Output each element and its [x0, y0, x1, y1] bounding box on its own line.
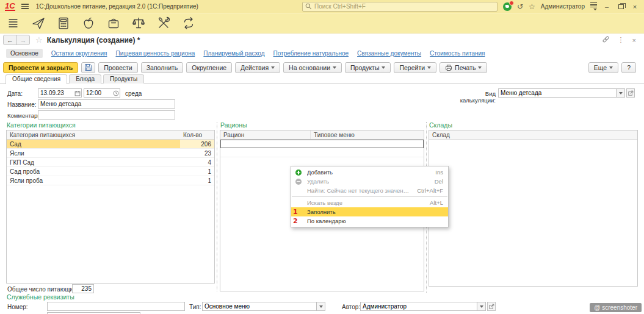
table-row[interactable]: Ясли 23 — [7, 149, 214, 158]
author-input[interactable] — [361, 303, 477, 310]
column-header-warehouse[interactable]: Склад — [429, 132, 637, 138]
tab-food-cost[interactable]: Стоимость питания — [430, 50, 485, 57]
comment-input[interactable] — [38, 112, 175, 118]
time-input[interactable] — [84, 90, 112, 96]
1c-logo: 1С — [5, 2, 15, 11]
close-form-icon[interactable]: × — [632, 37, 636, 44]
tab-main[interactable]: Основное — [6, 49, 43, 58]
tab-nutrition-value[interactable]: Пищевая ценность рациона — [115, 50, 195, 57]
date-input[interactable] — [38, 90, 73, 96]
tab-rounding-remainders[interactable]: Остатки округления — [51, 50, 107, 57]
name-input[interactable] — [38, 101, 175, 107]
sync-exchange-icon[interactable] — [181, 16, 196, 30]
more-dropdown-button[interactable]: Еще — [588, 62, 618, 73]
favorite-star-icon[interactable]: ☆ — [35, 35, 43, 45]
type-input[interactable] — [203, 303, 316, 310]
based-on-dropdown-button[interactable]: На основании — [283, 62, 342, 73]
author-dropdown-button[interactable] — [477, 302, 486, 311]
caret-down-icon — [609, 66, 613, 69]
apple-food-icon[interactable] — [81, 16, 96, 30]
search-input[interactable] — [314, 3, 494, 10]
warehouses-table-header: Склад — [429, 130, 637, 140]
print-dropdown-button[interactable]: Печать — [440, 62, 487, 73]
goto-dropdown-button[interactable]: Перейти — [394, 62, 436, 73]
current-user[interactable]: Администратор — [541, 3, 585, 10]
clock-icon[interactable] — [112, 90, 120, 96]
table-row[interactable]: Сад проба 1 — [7, 167, 214, 176]
author-combo — [360, 302, 496, 311]
scales-icon[interactable] — [131, 16, 146, 30]
help-button[interactable]: ? — [621, 62, 636, 73]
command-bar: Провести и закрыть Провести Заполнить Ок… — [3, 62, 641, 73]
date-field — [38, 88, 82, 98]
panel-splitter[interactable] — [217, 122, 217, 291]
calc-type-label: Вид калькуляции: — [457, 90, 496, 104]
tab-planned-expense[interactable]: Планируемый расход — [203, 50, 264, 57]
delete-icon — [295, 179, 302, 185]
close-window-button[interactable]: × — [631, 3, 639, 10]
warehouses-section-title: Склады — [429, 121, 452, 129]
sections-toolbar — [0, 13, 644, 34]
calc-type-dropdown-button[interactable] — [617, 88, 625, 98]
number-input[interactable] — [48, 303, 184, 310]
more-menu-dots-icon[interactable]: ⋮ — [618, 36, 624, 44]
empty-selected-row[interactable] — [220, 140, 424, 148]
author-open-button[interactable] — [487, 302, 496, 311]
annotation-mark-2: 2 — [293, 217, 298, 225]
total-input[interactable] — [73, 285, 93, 292]
number-field — [47, 302, 185, 311]
menu-item-add[interactable]: Добавить Ins — [291, 168, 448, 177]
fill-button[interactable]: Заполнить — [141, 62, 184, 73]
service-menu-icon[interactable] — [590, 2, 597, 10]
basket-icon[interactable] — [106, 16, 121, 30]
column-header-typical-menu[interactable]: Типовое меню — [311, 132, 424, 138]
tab-related-documents[interactable]: Связанные документы — [357, 50, 421, 57]
column-header-count[interactable]: Кол-во — [180, 132, 214, 138]
history-icon[interactable]: ↺ — [517, 3, 523, 10]
save-button[interactable] — [81, 62, 95, 73]
global-search[interactable] — [302, 2, 497, 12]
minimize-button[interactable]: – — [602, 3, 611, 10]
get-link-icon[interactable] — [602, 35, 610, 45]
menu-item-fill[interactable]: 1 Заполнить — [291, 207, 448, 216]
number-label: Номер: — [7, 304, 28, 310]
favorites-star-icon[interactable]: ☆ — [529, 3, 535, 10]
post-button[interactable]: Провести — [98, 62, 137, 73]
table-row[interactable] — [220, 148, 424, 157]
column-header-category[interactable]: Категория питающихся — [7, 132, 180, 138]
send-paper-plane-icon[interactable] — [31, 16, 46, 30]
subtab-dishes[interactable]: Блюда — [69, 74, 101, 84]
forward-button[interactable]: → — [16, 35, 29, 45]
subtab-general-info[interactable]: Общие сведения — [5, 74, 67, 84]
table-row[interactable]: Сад 206 — [7, 140, 214, 149]
page-subtabs: Общие сведения Блюда Продукты — [0, 74, 644, 84]
table-row[interactable]: Ясли проба 1 — [7, 176, 214, 185]
products-dropdown-button[interactable]: Продукты — [345, 62, 391, 73]
type-dropdown-button[interactable] — [317, 302, 325, 311]
column-header-ration[interactable]: Рацион — [220, 130, 311, 139]
back-button[interactable]: ← — [4, 35, 16, 45]
calendar-icon[interactable] — [73, 90, 81, 96]
calculator-icon[interactable] — [56, 16, 71, 30]
tools-icon[interactable] — [156, 16, 171, 30]
screenshot-watermark: @ screenshoter — [590, 303, 642, 312]
calc-type-input[interactable] — [499, 90, 616, 96]
restore-button[interactable] — [617, 3, 625, 10]
menu-item-find: Найти: Сейчас нет текущего значения для … — [291, 186, 448, 195]
tab-natural-consumption[interactable]: Потребление натуральное — [273, 50, 349, 57]
name-field — [38, 99, 175, 109]
app-title: 1С:Дошкольное питание, редакция 2.0 (1С:… — [36, 3, 198, 10]
discussions-notification-icon[interactable] — [503, 2, 512, 11]
notification-badge — [509, 1, 514, 5]
table-row[interactable]: ГКП Сад 4 — [7, 158, 214, 167]
calc-type-open-button[interactable] — [626, 88, 635, 98]
printer-icon — [445, 64, 452, 71]
rounding-button[interactable]: Округление — [186, 62, 232, 73]
subtab-products[interactable]: Продукты — [103, 74, 144, 84]
post-and-close-button[interactable]: Провести и закрыть — [3, 62, 78, 73]
main-menu-icon[interactable] — [21, 4, 29, 9]
comment-field — [38, 110, 175, 120]
actions-dropdown-button[interactable]: Действия — [235, 62, 280, 73]
menu-item-by-calendar[interactable]: 2 По календарю — [291, 216, 448, 226]
sections-menu-icon[interactable] — [6, 16, 21, 30]
